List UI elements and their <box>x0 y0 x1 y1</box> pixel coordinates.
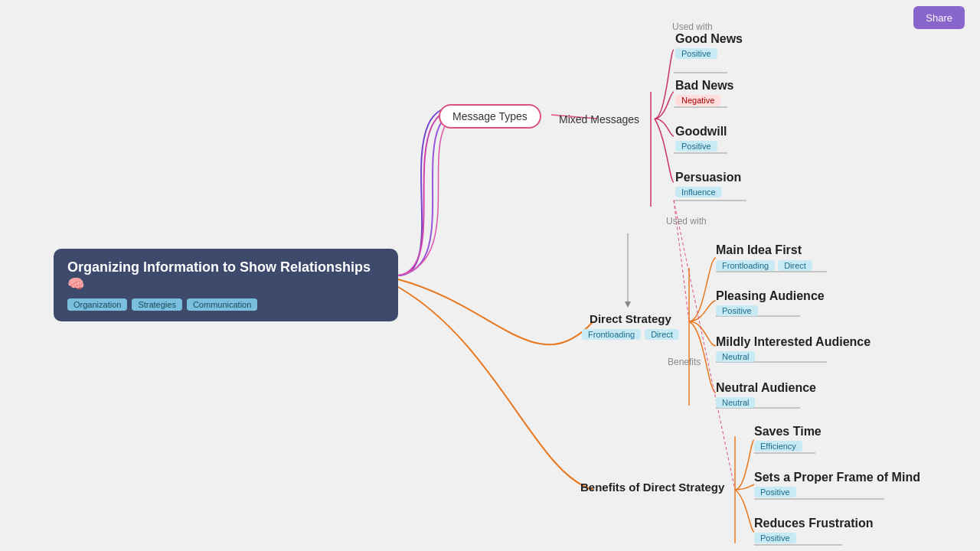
main-idea-badge1: Frontloading <box>716 260 775 271</box>
main-node-tags: Organization Strategies Communication <box>67 298 384 311</box>
neutral-audience-badge: Neutral <box>716 397 755 408</box>
used-with-label-mid: Used with <box>666 216 707 227</box>
sets-frame-node: Sets a Proper Frame of Mind Positive <box>754 471 920 498</box>
saves-time-title: Saves Time <box>754 425 822 439</box>
saves-time-badge: Efficiency <box>754 441 802 452</box>
benefits-direct-node: Benefits of Direct Strategy <box>580 481 724 494</box>
main-node-title: Organizing Information to Show Relations… <box>67 259 384 292</box>
main-node: Organizing Information to Show Relations… <box>54 249 398 321</box>
bad-news-title: Bad News <box>675 79 733 93</box>
message-types-label: Message Types <box>452 110 528 122</box>
sets-frame-title: Sets a Proper Frame of Mind <box>754 471 920 484</box>
pleasing-audience-title: Pleasing Audience <box>716 289 825 303</box>
tag-communication: Communication <box>187 298 257 311</box>
benefits-label: Benefits <box>668 357 701 367</box>
goodwill-node: Goodwill Positive <box>675 125 727 152</box>
main-idea-first-title: Main Idea First <box>716 243 812 257</box>
direct-strategy-badge1: Frontloading <box>582 329 641 340</box>
persuasion-badge: Influence <box>675 187 722 197</box>
direct-strategy-node: Direct Strategy Frontloading Direct <box>582 312 679 340</box>
good-news-badge: Positive <box>675 48 717 59</box>
reduces-frustration-node: Reduces Frustration Positive <box>754 517 874 544</box>
mixed-messages-node: Mixed Messages <box>559 113 639 126</box>
main-idea-badge2: Direct <box>778 260 812 271</box>
good-news-node: Good News Positive <box>675 32 743 60</box>
mildly-interested-badge: Neutral <box>716 351 755 362</box>
bad-news-node: Bad News Negative <box>675 79 733 106</box>
saves-time-node: Saves Time Efficiency <box>754 425 822 452</box>
benefits-direct-title: Benefits of Direct Strategy <box>580 481 724 494</box>
message-types-node[interactable]: Message Types <box>439 104 541 129</box>
persuasion-title: Persuasion <box>675 171 741 184</box>
reduces-frustration-badge: Positive <box>754 533 796 543</box>
tag-organization: Organization <box>67 298 127 311</box>
pleasing-audience-node: Pleasing Audience Positive <box>716 289 825 317</box>
tag-strategies: Strategies <box>132 298 182 311</box>
neutral-audience-title: Neutral Audience <box>716 381 816 395</box>
sets-frame-badge: Positive <box>754 487 796 497</box>
goodwill-title: Goodwill <box>675 125 727 139</box>
neutral-audience-node: Neutral Audience Neutral <box>716 381 816 409</box>
persuasion-node: Persuasion Influence <box>675 171 741 198</box>
bad-news-badge: Negative <box>675 95 720 106</box>
direct-strategy-badge2: Direct <box>645 329 679 340</box>
reduces-frustration-title: Reduces Frustration <box>754 517 874 530</box>
goodwill-badge: Positive <box>675 141 717 152</box>
main-idea-first-node: Main Idea First Frontloading Direct <box>716 243 812 271</box>
used-with-label-top: Used with <box>672 21 713 32</box>
mildly-interested-node: Mildly Interested Audience Neutral <box>716 335 871 363</box>
direct-strategy-title: Direct Strategy <box>582 312 679 325</box>
share-button[interactable]: Share <box>913 6 965 29</box>
good-news-title: Good News <box>675 32 743 46</box>
mildly-interested-title: Mildly Interested Audience <box>716 335 871 349</box>
pleasing-audience-badge: Positive <box>716 305 758 316</box>
mind-map-canvas: Organizing Information to Show Relations… <box>0 0 980 551</box>
